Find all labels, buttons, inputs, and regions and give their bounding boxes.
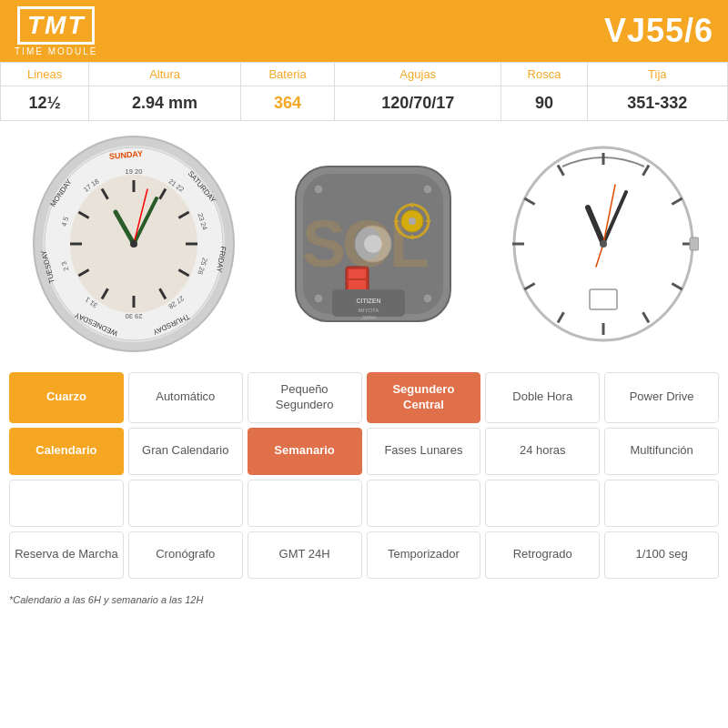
header: TMT TIME MODULE VJ55/6	[0, 0, 728, 62]
logo-area: TMT TIME MODULE	[15, 6, 97, 56]
feature-power-drive: Power Drive	[604, 372, 719, 423]
feature-empty-3	[248, 480, 362, 527]
col-rosca: Rosca	[501, 63, 587, 86]
feature-retrogrado: Retrogrado	[485, 531, 600, 579]
watch-simple-face-image	[508, 139, 699, 349]
svg-point-40	[364, 235, 382, 253]
svg-text:19 20: 19 20	[125, 167, 142, 176]
svg-point-78	[600, 240, 607, 248]
watches-area: SOL SUNDAY SATURDAY FRIDAY THURSDAY WEDN…	[0, 121, 728, 367]
col-lineas: Lineas	[1, 63, 89, 86]
svg-text:JAPAN: JAPAN	[361, 315, 376, 320]
features-row-4: Reserva de Marcha Cronógrafo GMT 24H Tem…	[9, 531, 719, 579]
svg-rect-42	[349, 269, 366, 278]
feature-cronografo: Cronógrafo	[128, 531, 243, 579]
feature-empty-6	[604, 480, 719, 527]
val-bateria: 364	[240, 86, 334, 121]
val-rosca: 90	[501, 86, 587, 121]
svg-point-56	[314, 185, 323, 194]
feature-fases-lunares: Fases Lunares	[367, 428, 481, 475]
specs-header-row: Lineas Altura Bateria Agujas Rosca Tija	[1, 63, 728, 86]
features-section: Cuarzo Automático Pequeño Segundero Segu…	[0, 367, 728, 589]
feature-doble-hora: Doble Hora	[485, 372, 600, 423]
feature-1-100-seg: 1/100 seg	[604, 531, 719, 579]
val-altura: 2.94 mm	[89, 86, 241, 121]
feature-temporizador: Temporizador	[367, 531, 481, 579]
logo-text: TMT	[27, 11, 86, 40]
logo-border: TMT	[17, 6, 96, 45]
col-agujas: Agujas	[335, 63, 501, 86]
svg-text:MIYOTA: MIYOTA	[359, 308, 379, 313]
col-altura: Altura	[89, 63, 241, 86]
features-row-1: Cuarzo Automático Pequeño Segundero Segu…	[9, 372, 719, 423]
features-row-3	[9, 480, 719, 527]
watch-movement-image: CITIZEN MIYOTA JAPAN	[278, 148, 469, 339]
feature-empty-2	[128, 480, 243, 527]
feature-24-horas: 24 horas	[485, 428, 600, 475]
val-agujas: 120/70/17	[335, 86, 501, 121]
footnote: *Calendario a las 6H y semanario a las 1…	[0, 589, 728, 609]
feature-calendario: Calendario	[9, 428, 124, 475]
val-tija: 351-332	[587, 86, 727, 121]
svg-point-58	[314, 294, 323, 303]
val-lineas: 12½	[1, 86, 89, 121]
feature-segundero-central: Segundero Central	[367, 372, 481, 423]
feature-automatico: Automático	[128, 372, 243, 423]
model-title: VJ55/6	[604, 12, 713, 50]
feature-gmt-24h: GMT 24H	[248, 531, 362, 579]
svg-point-36	[130, 240, 137, 248]
col-bateria: Bateria	[240, 63, 334, 86]
feature-empty-5	[485, 480, 600, 527]
feature-empty-4	[367, 480, 481, 527]
svg-text:29 30: 29 30	[125, 312, 142, 320]
svg-rect-73	[590, 289, 617, 309]
watch-dial-image: SUNDAY SATURDAY FRIDAY THURSDAY WEDNESDA…	[29, 130, 238, 358]
feature-semanario: Semanario	[248, 428, 362, 475]
svg-point-57	[423, 185, 432, 194]
feature-gran-calendario: Gran Calendario	[128, 428, 243, 475]
feature-multifuncion: Multifunción	[604, 428, 719, 475]
feature-empty-1	[9, 480, 124, 527]
svg-rect-43	[349, 280, 366, 289]
specs-table: Lineas Altura Bateria Agujas Rosca Tija …	[0, 62, 728, 121]
features-row-2: Calendario Gran Calendario Semanario Fas…	[9, 428, 719, 475]
feature-cuarzo: Cuarzo	[9, 372, 124, 423]
specs-values-row: 12½ 2.94 mm 364 120/70/17 90 351-332	[1, 86, 728, 121]
svg-text:CITIZEN: CITIZEN	[356, 298, 380, 304]
svg-point-59	[423, 294, 432, 303]
svg-rect-79	[690, 238, 699, 250]
svg-point-47	[409, 217, 416, 225]
feature-pequeno-segundero: Pequeño Segundero	[248, 372, 362, 423]
logo-subtitle: TIME MODULE	[15, 46, 97, 56]
feature-reserva-marcha: Reserva de Marcha	[9, 531, 124, 579]
col-tija: Tija	[587, 63, 727, 86]
